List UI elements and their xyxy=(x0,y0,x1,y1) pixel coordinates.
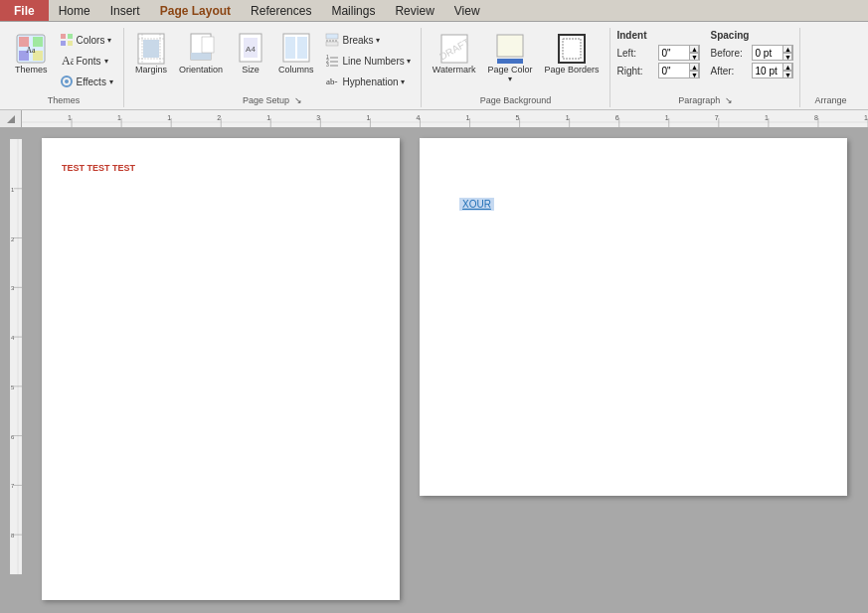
indent-right-label: Right: xyxy=(616,66,656,77)
line-numbers-icon: 1 2 3 xyxy=(324,53,340,69)
columns-label: Columns xyxy=(278,65,314,75)
columns-button[interactable]: Columns xyxy=(273,30,319,77)
indent-left-arrows[interactable]: ▲ ▼ xyxy=(689,45,699,61)
spacing-after-arrows[interactable]: ▲ ▼ xyxy=(782,63,792,78)
svg-rect-18 xyxy=(143,40,159,58)
page-color-button[interactable]: Page Color ▾ xyxy=(482,30,537,86)
page-1[interactable]: TEST TEST TEST xyxy=(42,138,400,600)
spacing-after-input[interactable]: ▲ ▼ xyxy=(752,63,793,78)
menu-references[interactable]: References xyxy=(241,0,321,21)
fonts-label: Fonts xyxy=(77,56,101,67)
svg-text:1: 1 xyxy=(765,114,769,121)
columns-icon xyxy=(280,33,312,65)
spacing-after-value[interactable] xyxy=(755,66,782,77)
menu-page-layout[interactable]: Page Layout xyxy=(150,0,241,21)
indent-left-row: Left: ▲ ▼ xyxy=(616,45,700,61)
page-color-icon xyxy=(494,33,526,65)
svg-rect-26 xyxy=(285,37,295,59)
page2-link[interactable]: XOUR xyxy=(459,198,494,211)
indent-right-down[interactable]: ▼ xyxy=(689,71,699,78)
page-color-dropdown[interactable]: ▾ xyxy=(508,75,512,83)
svg-point-12 xyxy=(65,79,69,83)
hyphenation-button[interactable]: ab- Hyphenation ▾ xyxy=(320,72,414,91)
watermark-label: Watermark xyxy=(433,65,476,75)
indent-right-input[interactable]: ▲ ▼ xyxy=(658,63,700,78)
svg-text:Aa: Aa xyxy=(62,54,74,68)
themes-group-label: Themes xyxy=(4,93,123,105)
vertical-ruler: 1 2 3 4 5 6 7 8 xyxy=(10,138,22,575)
size-label: Size xyxy=(242,65,260,75)
breaks-dropdown[interactable]: ▾ xyxy=(376,36,380,45)
orientation-icon xyxy=(185,33,217,65)
spacing-before-input[interactable]: ▲ ▼ xyxy=(752,45,793,61)
indent-right-row: Right: ▲ ▼ xyxy=(616,63,700,78)
watermark-button[interactable]: DRAFT Watermark xyxy=(428,30,481,77)
svg-text:2: 2 xyxy=(217,114,221,121)
menu-file[interactable]: File xyxy=(0,0,49,21)
svg-rect-44 xyxy=(22,110,868,128)
spacing-before-down[interactable]: ▼ xyxy=(782,53,792,61)
hyphenation-icon: ab- xyxy=(324,74,340,89)
document-area[interactable]: 1 2 3 4 5 6 7 8 TEST TEST TEST XOUR xyxy=(0,128,868,613)
spacing-before-arrows[interactable]: ▲ ▼ xyxy=(782,45,792,61)
colors-dropdown-icon[interactable]: ▾ xyxy=(107,36,111,45)
indent-title: Indent xyxy=(616,30,700,41)
line-numbers-button[interactable]: 1 2 3 Line Numbers ▾ xyxy=(320,51,414,71)
page-color-label: Page Color xyxy=(487,65,532,75)
spacing-before-up[interactable]: ▲ xyxy=(782,45,792,53)
colors-button[interactable]: Colors ▾ xyxy=(55,30,117,50)
page-background-group-label: Page Background xyxy=(422,93,610,105)
svg-text:Aa: Aa xyxy=(27,46,37,55)
indent-right-arrows[interactable]: ▲ ▼ xyxy=(689,63,699,78)
effects-dropdown-icon[interactable]: ▾ xyxy=(109,77,113,86)
menu-mailings[interactable]: Mailings xyxy=(321,0,385,21)
breaks-button[interactable]: Breaks ▾ xyxy=(320,30,414,50)
svg-rect-9 xyxy=(68,41,73,46)
page-borders-label: Page Borders xyxy=(544,65,599,75)
ribbon: Aa Themes xyxy=(0,22,868,110)
svg-rect-20 xyxy=(191,53,211,60)
spacing-before-value[interactable] xyxy=(755,48,782,59)
spacing-column: Spacing Before: ▲ ▼ After: xyxy=(710,30,793,78)
spacing-after-up[interactable]: ▲ xyxy=(782,63,792,71)
arrange-group-label: Arrange xyxy=(800,93,860,105)
indent-left-down[interactable]: ▼ xyxy=(689,53,699,61)
svg-text:1: 1 xyxy=(864,114,868,121)
horizontal-ruler: 1 1 1 2 1 3 1 4 1 5 1 xyxy=(22,110,868,128)
svg-rect-80 xyxy=(10,139,22,574)
orientation-button[interactable]: Orientation xyxy=(174,30,228,77)
menu-view[interactable]: View xyxy=(444,0,490,21)
ribbon-group-page-setup: Margins Orientation xyxy=(124,28,422,107)
paragraph-launcher[interactable]: ↘ xyxy=(725,95,733,105)
themes-button[interactable]: Aa Themes xyxy=(10,30,53,77)
page-setup-launcher[interactable]: ↘ xyxy=(294,95,302,105)
line-numbers-dropdown[interactable]: ▾ xyxy=(407,57,411,66)
indent-right-up[interactable]: ▲ xyxy=(689,63,699,71)
page-background-content: DRAFT Watermark Page Color ▾ xyxy=(428,30,605,100)
page-2[interactable]: XOUR xyxy=(420,138,847,496)
fonts-button[interactable]: Aa Fonts ▾ xyxy=(55,51,117,71)
svg-rect-41 xyxy=(497,59,523,64)
menu-home[interactable]: Home xyxy=(49,0,100,21)
margins-button[interactable]: Margins xyxy=(130,30,172,77)
menu-insert[interactable]: Insert xyxy=(100,0,150,21)
svg-text:1: 1 xyxy=(366,114,370,121)
svg-text:1: 1 xyxy=(68,114,72,121)
svg-text:1: 1 xyxy=(266,114,270,121)
effects-button[interactable]: Effects ▾ xyxy=(55,72,117,91)
indent-left-input[interactable]: ▲ ▼ xyxy=(658,45,700,61)
page-borders-button[interactable]: Page Borders xyxy=(539,30,604,77)
spacing-after-down[interactable]: ▼ xyxy=(782,71,792,78)
fonts-dropdown-icon[interactable]: ▾ xyxy=(104,57,108,66)
svg-rect-21 xyxy=(202,37,214,53)
indent-left-up[interactable]: ▲ xyxy=(689,45,699,53)
svg-rect-30 xyxy=(326,42,338,46)
ruler-corner[interactable] xyxy=(0,110,22,128)
indent-right-value[interactable] xyxy=(661,66,689,77)
hyphenation-dropdown[interactable]: ▾ xyxy=(401,77,405,86)
indent-left-value[interactable] xyxy=(661,48,689,59)
size-button[interactable]: A4 Size xyxy=(230,30,271,77)
svg-rect-27 xyxy=(297,37,307,59)
colors-icon xyxy=(59,32,75,48)
menu-review[interactable]: Review xyxy=(385,0,443,21)
